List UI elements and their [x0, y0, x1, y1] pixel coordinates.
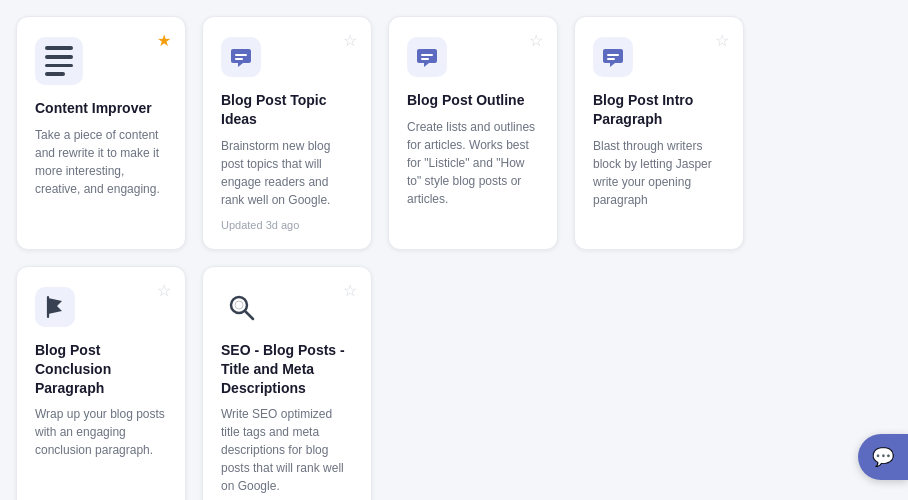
card-title-blog-post-intro-paragraph: Blog Post Intro Paragraph [593, 91, 725, 129]
svg-rect-8 [607, 58, 615, 60]
svg-rect-7 [607, 54, 619, 56]
card-desc-content-improver: Take a piece of content and rewrite it t… [35, 126, 167, 198]
card-seo-blog-posts[interactable]: ☆ SEO - Blog Posts - Title and Meta Desc… [202, 266, 372, 500]
card-desc-blog-post-topic-ideas: Brainstorm new blog post topics that wil… [221, 137, 353, 209]
card-blog-post-conclusion-paragraph[interactable]: ☆ Blog Post Conclusion Paragraph Wrap up… [16, 266, 186, 500]
card-title-content-improver: Content Improver [35, 99, 167, 118]
card-desc-blog-post-intro-paragraph: Blast through writers block by letting J… [593, 137, 725, 209]
card-icon-blog-post-intro-paragraph [593, 37, 725, 77]
card-desc-blog-post-outline: Create lists and outlines for articles. … [407, 118, 539, 208]
star-button[interactable]: ☆ [343, 281, 357, 300]
card-title-blog-post-topic-ideas: Blog Post Topic Ideas [221, 91, 353, 129]
star-button[interactable]: ☆ [529, 31, 543, 50]
card-desc-seo-blog-posts: Write SEO optimized title tags and meta … [221, 405, 353, 495]
card-blog-post-intro-paragraph[interactable]: ☆ Blog Post Intro Paragraph Blast throug… [574, 16, 744, 250]
star-button[interactable]: ☆ [343, 31, 357, 50]
card-blog-post-outline[interactable]: ☆ Blog Post Outline Create lists and out… [388, 16, 558, 250]
card-icon-content-improver [35, 37, 167, 85]
svg-point-12 [235, 301, 243, 309]
star-button[interactable]: ☆ [715, 31, 729, 50]
star-button[interactable]: ★ [157, 31, 171, 50]
card-blog-post-topic-ideas[interactable]: ☆ Blog Post Topic Ideas Brainstorm new b… [202, 16, 372, 250]
card-icon-blog-post-conclusion-paragraph [35, 287, 167, 327]
svg-rect-5 [421, 58, 429, 60]
card-icon-blog-post-outline [407, 37, 539, 77]
card-icon-blog-post-topic-ideas [221, 37, 353, 77]
card-updated-blog-post-topic-ideas: Updated 3d ago [221, 219, 353, 231]
svg-rect-4 [421, 54, 433, 56]
card-icon-seo-blog-posts [221, 287, 353, 327]
card-desc-blog-post-conclusion-paragraph: Wrap up your blog posts with an engaging… [35, 405, 167, 459]
svg-rect-1 [235, 54, 247, 56]
card-title-blog-post-conclusion-paragraph: Blog Post Conclusion Paragraph [35, 341, 167, 398]
svg-rect-2 [235, 58, 243, 60]
chat-fab-button[interactable]: 💬 [858, 434, 908, 480]
svg-line-11 [245, 311, 253, 319]
card-content-improver[interactable]: ★ Content Improver Take a piece of conte… [16, 16, 186, 250]
card-title-seo-blog-posts: SEO - Blog Posts - Title and Meta Descri… [221, 341, 353, 398]
star-button[interactable]: ☆ [157, 281, 171, 300]
card-title-blog-post-outline: Blog Post Outline [407, 91, 539, 110]
cards-grid: ★ Content Improver Take a piece of conte… [0, 0, 908, 500]
